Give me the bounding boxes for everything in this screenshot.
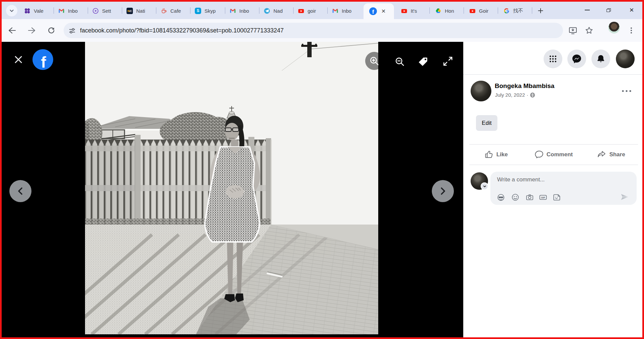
window-minimize-button[interactable] [580,4,594,16]
close-photo-button[interactable] [14,55,23,64]
account-avatar[interactable] [616,50,635,68]
tab-title: Sett [102,8,111,14]
tab-google-search[interactable]: 找不 [499,4,533,17]
zoom-out-button[interactable] [391,53,409,71]
tab-title: Inbo [68,8,78,14]
post-author-name[interactable]: Bongeka Mbambisa [495,82,554,90]
install-app-button[interactable] [567,25,578,36]
forward-arrow-icon [28,26,36,35]
browser-profile-avatar[interactable] [608,22,620,33]
back-arrow-icon [7,26,16,35]
tab-its[interactable]: It's [397,4,430,17]
previous-photo-button[interactable] [9,180,31,202]
google-icon [503,8,510,14]
reload-button[interactable] [46,25,56,35]
notifications-button[interactable] [591,50,610,68]
tab-search-button[interactable] [6,5,17,16]
comment-bubble-icon [535,150,544,159]
gmail-icon [230,8,236,13]
new-tab-button[interactable] [535,5,546,16]
forward-button[interactable] [27,25,37,35]
tab-title: 找不 [513,8,523,14]
gif-icon: GIF [539,193,547,201]
like-label: Like [496,151,508,158]
tab-inbox-3[interactable]: Inbo [328,4,361,17]
globe-privacy-icon [530,92,535,98]
tab-separator [532,7,532,14]
bookmark-star-button[interactable] [584,25,594,36]
thumbs-up-icon [484,150,493,159]
tag-icon [418,57,428,67]
gmail-icon [332,8,338,13]
tab-goir-2[interactable]: Goir [465,4,498,17]
avatar-sticker-button[interactable] [497,193,505,201]
like-button[interactable]: Like [467,145,525,164]
comment-button[interactable]: Comment [525,145,582,164]
window-close-button[interactable]: ✕ [625,4,639,16]
browser-window: Vale Inbo Sett NC Nati Cafe [0,0,644,339]
minimize-icon [585,10,590,10]
reload-icon [47,26,56,35]
url-text: facebook.com/photo/?fbid=108145332279036… [80,27,284,34]
photo-of-woman-by-picket-fence[interactable] [85,42,378,334]
tab-nad[interactable]: Nad [259,4,293,17]
apps-menu-button[interactable] [544,50,562,68]
meta-separator: · [527,92,528,98]
composer-avatar-switch[interactable] [481,182,488,190]
address-bar[interactable]: facebook.com/photo/?fbid=108145332279036… [64,23,563,38]
post-date[interactable]: July 20, 2022 [495,92,525,98]
tab-title: Cafe [170,8,181,14]
tab-sett[interactable]: Sett [88,4,122,17]
tag-photo-button[interactable] [414,53,432,71]
tab-title: Inbo [239,8,249,14]
zoom-in-button[interactable] [365,52,383,70]
chevron-right-icon [437,185,449,197]
browser-menu-button[interactable] [626,25,637,36]
actions-divider-bottom [469,165,638,165]
facebook-logo[interactable]: f [32,49,53,70]
chevron-down-icon [9,8,14,13]
tab-inbox-2[interactable]: Inbo [225,4,259,17]
tab-title: Vale [34,8,44,14]
browser-toolbar: facebook.com/photo/?fbid=108145332279036… [0,19,644,42]
share-label: Share [609,151,625,158]
tab-nati[interactable]: NC Nati [122,4,156,17]
gif-button[interactable]: GIF [539,193,547,201]
messenger-icon [572,54,582,64]
tab-vale[interactable]: Vale [20,4,53,17]
zoom-out-icon [394,56,405,67]
tab-separator [54,7,54,14]
tab-title: Nati [136,8,145,14]
emoji-button[interactable] [511,193,519,201]
sticker-icon [553,193,561,201]
tab-facebook-active[interactable]: f ✕ [364,3,394,19]
tab-separator [293,7,294,14]
sticker-button[interactable] [553,193,561,201]
tab-goir-1[interactable]: goir [294,4,327,17]
window-maximize-button[interactable] [601,4,616,16]
tab-skype[interactable]: S Skyp [190,4,224,17]
messenger-button[interactable] [567,50,586,68]
post-author-avatar[interactable] [471,81,491,101]
post-meta: July 20, 2022 · [495,92,535,98]
site-settings-icon[interactable] [68,27,76,34]
tab-separator [190,7,190,14]
zoom-in-icon [369,56,380,66]
tab-cafe[interactable]: Cafe [156,4,190,17]
tab-hon[interactable]: Hon [431,4,464,17]
tab-inbox-1[interactable]: Inbo [54,4,87,17]
comment-input[interactable]: Write a comment... GIF [490,172,637,205]
avatar-face-icon [497,193,505,201]
back-button[interactable] [7,25,17,35]
youtube-icon [469,8,476,13]
share-button[interactable]: Share [582,145,640,164]
next-photo-button[interactable] [432,180,454,202]
facebook-icon: f [369,7,377,15]
edit-button[interactable]: Edit [476,115,497,131]
attach-photo-button[interactable] [526,193,534,201]
svg-text:GIF: GIF [541,196,545,199]
post-options-button[interactable] [621,87,633,95]
send-comment-button[interactable] [620,192,629,201]
fullscreen-button[interactable] [439,52,457,70]
tab-close-button[interactable]: ✕ [381,9,386,14]
